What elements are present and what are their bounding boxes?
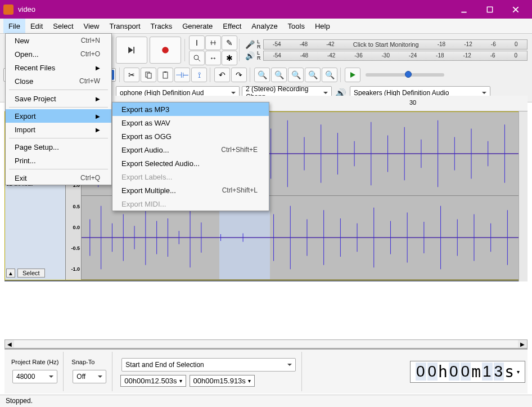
menu-view[interactable]: View [79,19,105,33]
skip-end-button[interactable] [116,37,147,64]
menu-edit[interactable]: Edit [25,19,48,33]
chevron-right-icon: ▶ [96,113,100,119]
play-at-speed-icon[interactable] [345,68,360,82]
track-select-button[interactable]: Select [17,269,45,278]
svg-rect-1 [487,7,492,12]
playback-meter[interactable]: -54-48-42-36-30-24-18-12-60 [263,51,528,61]
silence-icon[interactable]: ⟟ [191,68,207,82]
snap-to-dropdown[interactable]: Off [73,370,106,383]
timeshift-tool-icon[interactable]: ↔ [205,51,221,65]
multi-tool-icon[interactable]: ✱ [222,51,237,65]
menu-item-export-as-wav[interactable]: Export as WAV [112,116,269,129]
selection-end-input[interactable]: 00h00m15.913s▾ [190,375,255,387]
zoom-fit-icon[interactable]: 🔍 [305,68,321,82]
svg-point-6 [194,55,199,60]
zoom-tool-icon[interactable] [189,51,205,65]
svg-line-7 [198,59,200,61]
chevron-down-icon[interactable]: ▾ [517,369,520,375]
horizontal-scrollbar[interactable]: ◀ ▶ [4,339,528,348]
menu-help[interactable]: Help [310,19,335,33]
selection-mode-dropdown[interactable]: Start and End of Selection [121,358,296,372]
menu-item-page-setup-[interactable]: Page Setup... [6,140,111,154]
chevron-right-icon: ▶ [96,127,100,133]
play-speed-slider[interactable] [366,73,444,77]
menu-item-export-multiple-[interactable]: Export Multiple...Ctrl+Shift+L [112,184,269,197]
selection-toolbar: Project Rate (Hz) 48000 Snap-To Off Star… [4,348,528,393]
selection-tool-icon[interactable]: I [189,35,205,50]
title-bar: video [0,0,532,19]
paste-icon[interactable] [157,68,173,82]
chevron-right-icon: ▶ [96,65,100,71]
menu-effect[interactable]: Effect [218,19,246,33]
menu-tracks[interactable]: Tracks [146,19,178,33]
menu-item-new[interactable]: NewCtrl+N [6,34,111,47]
zoom-in-icon[interactable]: 🔍 [254,68,270,82]
status-text: Stopped. [6,397,33,405]
zoom-toggle-icon[interactable]: 🔍 [322,68,337,82]
menu-analyze[interactable]: Analyze [246,19,282,33]
menu-item-open-[interactable]: Open...Ctrl+O [6,47,111,61]
record-button[interactable] [150,37,181,64]
close-button[interactable] [503,0,529,19]
menu-item-recent-files[interactable]: Recent Files▶ [6,61,111,74]
menu-item-export[interactable]: Export▶ [6,109,111,123]
status-bar: Stopped. [0,395,532,407]
menu-item-export-labels-: Export Labels... [112,170,269,184]
scroll-left-icon[interactable]: ◀ [5,340,14,348]
vertical-scrollbar[interactable] [519,111,528,281]
maximize-button[interactable] [477,0,503,19]
menu-item-export-as-ogg[interactable]: Export as OGG [112,129,269,143]
menu-select[interactable]: Select [48,19,78,33]
draw-tool-icon[interactable]: ✎ [222,35,237,50]
window-title: video [18,5,451,14]
menu-generate[interactable]: Generate [177,19,218,33]
menu-item-export-audio-[interactable]: Export Audio...Ctrl+Shift+E [112,143,269,156]
trim-icon[interactable]: ⊣⊢ [174,68,190,82]
svg-rect-11 [164,71,166,73]
undo-icon[interactable]: ↶ [214,68,230,82]
menu-item-exit[interactable]: ExitCtrl+Q [6,171,111,185]
menu-item-print-[interactable]: Print... [6,154,111,167]
menu-item-import[interactable]: Import▶ [6,123,111,136]
meter-lr-label: LR [257,39,261,50]
export-submenu-panel: Export as MP3Export as WAVExport as OGGE… [112,102,269,211]
redo-icon[interactable]: ↷ [231,68,247,82]
menu-item-export-midi-: Export MIDI... [112,197,269,211]
app-icon [3,5,13,15]
menu-file[interactable]: File [3,19,25,33]
file-menu-panel: NewCtrl+NOpen...Ctrl+ORecent Files▶Close… [5,33,112,185]
timeline-tick: 30 [409,99,416,106]
speaker-icon: 🔊 [245,51,255,60]
svg-rect-4 [133,47,134,53]
menu-tools[interactable]: Tools [283,19,310,33]
menu-item-export-selected-audio-[interactable]: Export Selected Audio... [112,156,269,170]
envelope-tool-icon[interactable] [205,35,221,50]
menu-item-close[interactable]: CloseCtrl+W [6,74,111,88]
copy-icon[interactable] [141,68,156,82]
chevron-down-icon[interactable]: ▾ [179,378,182,384]
project-rate-dropdown[interactable]: 48000 [12,370,57,383]
cut-icon[interactable]: ✂ [124,68,139,82]
scroll-right-icon[interactable]: ▶ [518,340,527,348]
zoom-out-icon[interactable]: 🔍 [271,68,287,82]
menu-bar: File Edit Select View Transport Tracks G… [0,19,532,34]
meter-hint[interactable]: Click to Start Monitoring [353,41,419,48]
selection-start-input[interactable]: 00h00m12.503s▾ [120,375,186,387]
mic-icon: 🎤 [245,40,255,49]
menu-item-export-as-mp-[interactable]: Export as MP3 [112,102,269,116]
menu-item-save-project[interactable]: Save Project▶ [6,92,111,105]
menu-transport[interactable]: Transport [104,19,145,33]
chevron-down-icon[interactable]: ▾ [248,378,251,384]
collapse-button[interactable]: ▲ [6,269,15,278]
svg-rect-10 [163,72,168,78]
minimize-button[interactable] [451,0,477,19]
project-rate-label: Project Rate (Hz) [11,359,58,365]
recording-meter[interactable]: -54-48-42 Click to Start Monitoring -18-… [263,39,528,50]
meter-lr-label-2: LR [257,51,261,61]
snap-to-label: Snap-To [71,359,107,365]
chevron-right-icon: ▶ [96,96,100,102]
audio-position-display[interactable]: 00 h 00 m 13 s▾ [410,361,525,383]
zoom-sel-icon[interactable]: 🔍 [288,68,304,82]
svg-point-5 [162,47,169,53]
svg-rect-9 [147,73,151,78]
